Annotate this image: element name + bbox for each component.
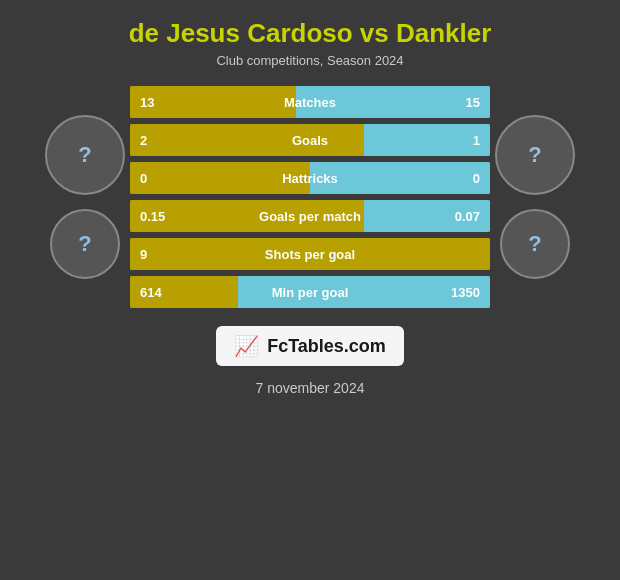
stat-label: Hattricks bbox=[282, 171, 338, 186]
main-container: de Jesus Cardoso vs Dankler Club competi… bbox=[0, 0, 620, 580]
stat-left-value: 13 bbox=[140, 95, 154, 110]
left-player: ? ? bbox=[40, 115, 130, 279]
stat-row: 9Shots per goal bbox=[130, 238, 490, 270]
stat-label: Shots per goal bbox=[265, 247, 355, 262]
stat-left-value: 0.15 bbox=[140, 209, 165, 224]
comparison-area: ? ? 13Matches152Goals10Hattricks00.15Goa… bbox=[10, 86, 610, 308]
stat-right-value: 0.07 bbox=[455, 209, 480, 224]
right-avatar-bottom: ? bbox=[500, 209, 570, 279]
stat-label: Matches bbox=[284, 95, 336, 110]
left-avatar-top: ? bbox=[45, 115, 125, 195]
stats-center: 13Matches152Goals10Hattricks00.15Goals p… bbox=[130, 86, 490, 308]
stat-row: 0Hattricks0 bbox=[130, 162, 490, 194]
stat-label: Goals bbox=[292, 133, 328, 148]
right-player: ? ? bbox=[490, 115, 580, 279]
stat-row: 614Min per goal1350 bbox=[130, 276, 490, 308]
stat-left-value: 0 bbox=[140, 171, 147, 186]
page-title: de Jesus Cardoso vs Dankler bbox=[129, 18, 492, 49]
logo-text: FcTables.com bbox=[267, 336, 386, 357]
stat-right-value: 1 bbox=[473, 133, 480, 148]
logo-area: 📈 FcTables.com bbox=[216, 326, 404, 366]
stat-right-value: 1350 bbox=[451, 285, 480, 300]
stat-label: Goals per match bbox=[259, 209, 361, 224]
stat-row: 2Goals1 bbox=[130, 124, 490, 156]
stat-right-value: 0 bbox=[473, 171, 480, 186]
stat-right-value: 15 bbox=[466, 95, 480, 110]
left-avatar-bottom-icon: ? bbox=[78, 231, 91, 257]
right-avatar-top-icon: ? bbox=[528, 142, 541, 168]
right-avatar-bottom-icon: ? bbox=[528, 231, 541, 257]
left-avatar-top-icon: ? bbox=[78, 142, 91, 168]
subtitle: Club competitions, Season 2024 bbox=[216, 53, 403, 68]
stat-left-value: 9 bbox=[140, 247, 147, 262]
date-text: 7 november 2024 bbox=[256, 380, 365, 396]
stat-row: 13Matches15 bbox=[130, 86, 490, 118]
stat-left-value: 2 bbox=[140, 133, 147, 148]
stat-label: Min per goal bbox=[272, 285, 349, 300]
right-avatar-top: ? bbox=[495, 115, 575, 195]
stat-row: 0.15Goals per match0.07 bbox=[130, 200, 490, 232]
stat-left-value: 614 bbox=[140, 285, 162, 300]
logo-icon: 📈 bbox=[234, 334, 259, 358]
left-avatar-bottom: ? bbox=[50, 209, 120, 279]
logo-box: 📈 FcTables.com bbox=[216, 326, 404, 366]
